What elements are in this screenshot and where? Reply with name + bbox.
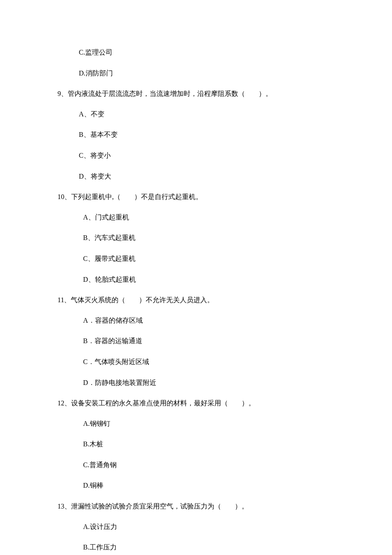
question-text: 、泄漏性试验的试验介质宜采用空气，试验压力为（ ）。 [64, 503, 248, 510]
option-text: C、履带式起重机 [58, 253, 341, 264]
question-10: 10、下列起重机中,（ ）不是自行式起重机。 [58, 191, 341, 202]
option-text: C．气体喷头附近区域 [58, 356, 341, 367]
option-text: C.普通角钢 [58, 460, 341, 471]
option-text: B.木桩 [58, 439, 341, 450]
question-12: 12、设备安装工程的永久基准点使用的材料，最好采用（ ）。 [58, 398, 341, 409]
question-text: 、气体灭火系统的（ ）不允许无关人员进入。 [64, 296, 214, 304]
question-text: 、设备安装工程的永久基准点使用的材料，最好采用（ ）。 [64, 399, 255, 407]
question-number: 9 [58, 90, 61, 97]
option-text: D、将变大 [58, 171, 341, 182]
option-text: A.钢铆钉 [58, 418, 341, 429]
question-number: 11 [58, 296, 64, 304]
option-text: C、将变小 [58, 150, 341, 161]
option-text: B、基本不变 [58, 129, 341, 140]
question-9: 9、管内液流处于层流流态时，当流速增加时，沿程摩阻系数（ ）。 [58, 88, 341, 99]
option-text: B．容器的运输通道 [58, 335, 341, 347]
option-text: A.设计压力 [58, 521, 341, 532]
document-page: C.监理公司 D.消防部门 9、管内液流处于层流流态时，当流速增加时，沿程摩阻系… [0, 0, 392, 555]
option-text: A．容器的储存区域 [58, 315, 341, 326]
option-text: D．防静电接地装置附近 [58, 377, 341, 388]
question-11: 11、气体灭火系统的（ ）不允许无关人员进入。 [58, 295, 341, 306]
option-text: B、汽车式起重机 [58, 232, 341, 243]
option-text: A、不变 [58, 109, 341, 120]
question-number: 12 [58, 399, 64, 407]
question-13: 13、泄漏性试验的试验介质宜采用空气，试验压力为（ ）。 [58, 501, 341, 512]
question-text: 、下列起重机中,（ ）不是自行式起重机。 [64, 193, 202, 200]
option-text: C.监理公司 [58, 47, 341, 58]
option-text: D.铜棒 [58, 480, 341, 491]
question-text: 、管内液流处于层流流态时，当流速增加时，沿程摩阻系数（ ）。 [61, 90, 272, 97]
question-number: 10 [58, 193, 64, 200]
question-number: 13 [58, 503, 64, 510]
option-text: B.工作压力 [58, 542, 341, 553]
option-text: D、轮胎式起重机 [58, 274, 341, 285]
option-text: A、门式起重机 [58, 212, 341, 223]
option-text: D.消防部门 [58, 68, 341, 79]
